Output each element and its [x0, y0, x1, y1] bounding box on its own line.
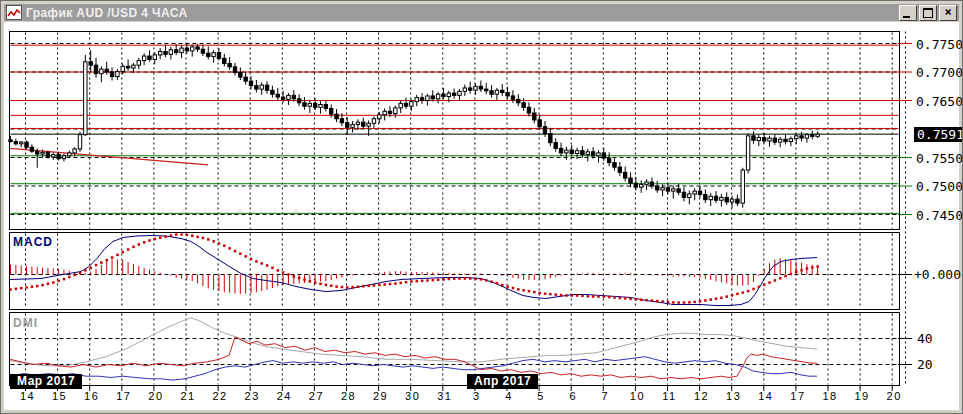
dmi-level-20-label: 20	[917, 357, 933, 372]
close-icon: ×	[940, 5, 956, 19]
close-button[interactable]: ×	[939, 5, 957, 21]
maximize-icon	[923, 8, 933, 18]
date-axis-label: 21	[180, 390, 195, 402]
price-axis-label: 0.7700	[916, 65, 963, 80]
date-axis-label: 24	[277, 390, 292, 402]
price-axis-label: 0.7450	[916, 208, 963, 223]
price-chart-canvas[interactable]	[1, 1, 963, 414]
date-axis-label: 20	[887, 390, 902, 402]
chart-app-icon	[6, 5, 22, 20]
date-axis-label: 28	[341, 390, 356, 402]
minimize-icon	[903, 16, 910, 18]
macd-panel-label: MACD	[13, 235, 53, 249]
macd-zero-label: +0.000	[914, 267, 961, 282]
month-badge-april: Апр 2017	[467, 374, 538, 389]
date-axis-label: 22	[212, 390, 227, 402]
date-axis-label: 14	[758, 390, 773, 402]
current-price-badge: 0.7591	[914, 127, 963, 142]
date-axis-label: 31	[437, 390, 452, 402]
date-axis-label: 7	[601, 390, 609, 402]
date-axis-label: 27	[309, 390, 324, 402]
date-axis-label: 19	[854, 390, 869, 402]
date-axis-label: 5	[537, 390, 545, 402]
date-axis-label: 14	[20, 390, 35, 402]
minimize-button[interactable]	[899, 5, 917, 21]
date-axis-label: 16	[84, 390, 99, 402]
chart-window: График AUD /USD 4 ЧАСА × MACD DMI +0.000…	[0, 0, 963, 414]
title-bar[interactable]: График AUD /USD 4 ЧАСА ×	[4, 4, 959, 21]
date-axis-label: 12	[694, 390, 709, 402]
window-title: График AUD /USD 4 ЧАСА	[26, 6, 899, 20]
price-axis-label: 0.7500	[916, 179, 963, 194]
date-axis-label: 13	[726, 390, 741, 402]
price-axis-label: 0.7750	[916, 37, 963, 52]
date-axis-label: 23	[245, 390, 260, 402]
date-axis-label: 17	[116, 390, 131, 402]
date-axis-label: 17	[790, 390, 805, 402]
date-axis-label: 4	[505, 390, 513, 402]
date-axis-label: 18	[822, 390, 837, 402]
date-axis-label: 20	[148, 390, 163, 402]
date-axis-label: 3	[473, 390, 481, 402]
date-axis-label: 29	[373, 390, 388, 402]
month-badge-march: Мар 2017	[10, 374, 82, 389]
date-axis-label: 6	[569, 390, 577, 402]
date-axis-label: 11	[662, 390, 676, 402]
date-axis-label: 30	[405, 390, 420, 402]
price-axis-label: 0.7650	[916, 94, 963, 109]
maximize-button[interactable]	[919, 5, 937, 21]
price-axis-label: 0.7550	[916, 151, 963, 166]
dmi-level-40-label: 40	[917, 331, 933, 346]
date-axis-label: 10	[630, 390, 645, 402]
dmi-panel-label: DMI	[13, 316, 38, 330]
date-axis-label: 15	[52, 390, 67, 402]
